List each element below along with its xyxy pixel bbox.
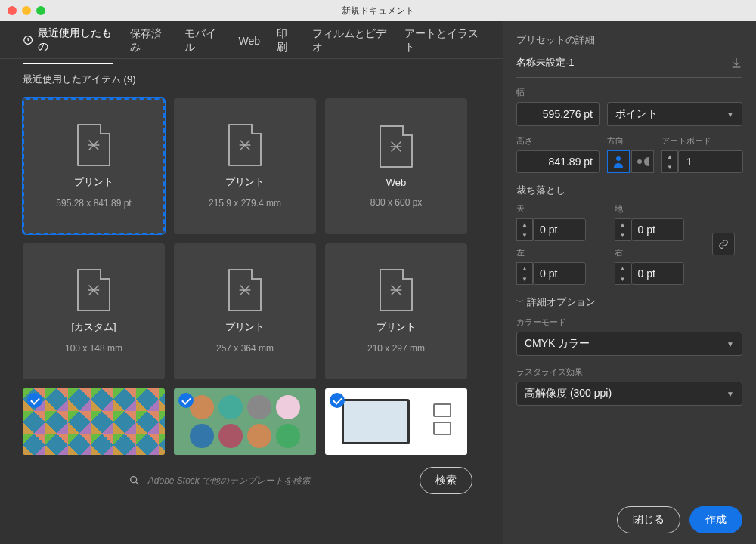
link-bleed-icon[interactable] [712, 233, 735, 255]
document-icon [228, 269, 262, 311]
artboard-input[interactable] [678, 150, 743, 173]
svg-point-2 [616, 156, 621, 161]
bleed-left-input[interactable] [533, 262, 586, 285]
panel-heading: プリセットの詳細 [516, 33, 742, 47]
tab-art-illust[interactable]: アートとイラスト [404, 17, 480, 63]
tab-web[interactable]: Web [239, 24, 261, 56]
template-thumbnail[interactable] [23, 388, 165, 455]
preset-card[interactable]: プリント 215.9 x 279.4 mm [174, 98, 316, 234]
document-icon [380, 125, 413, 168]
svg-point-3 [637, 159, 642, 164]
close-button[interactable]: 閉じる [617, 506, 680, 533]
bleed-right-input[interactable] [631, 262, 684, 285]
bleed-bottom-stepper[interactable]: ▲▼ [615, 218, 631, 241]
preset-card[interactable]: プリント 210 x 297 mm [325, 243, 467, 379]
template-thumbnail[interactable] [174, 388, 316, 455]
search-icon [129, 474, 141, 487]
checkmark-badge-icon [178, 393, 194, 408]
preset-card[interactable]: プリント 595.28 x 841.89 pt [23, 98, 165, 234]
artboard-label: アートボード [662, 135, 743, 147]
height-input[interactable] [516, 150, 600, 173]
tab-print[interactable]: 印刷 [277, 17, 296, 63]
width-label: 幅 [516, 87, 742, 98]
tab-saved[interactable]: 保存済み [130, 17, 168, 63]
landscape-person-icon [636, 156, 649, 168]
preset-details-panel: プリセットの詳細 名称未設定-1 幅 ポイント ▼ 高さ 方向 [503, 21, 756, 544]
chevron-down-icon: ▼ [727, 340, 734, 348]
window-title: 新規ドキュメント [0, 5, 756, 17]
document-icon [380, 269, 413, 311]
preset-card[interactable]: Web 800 x 600 px [325, 98, 467, 234]
orientation-label: 方向 [607, 135, 654, 147]
width-input[interactable] [516, 102, 600, 126]
bleed-left-stepper[interactable]: ▲▼ [516, 262, 533, 285]
orientation-landscape-button[interactable] [631, 150, 654, 173]
bleed-heading: 裁ち落とし [516, 184, 742, 197]
raster-label: ラスタライズ効果 [516, 366, 742, 378]
color-mode-select[interactable]: CMYK カラー ▼ [516, 332, 742, 356]
tab-recent[interactable]: 最近使用したもの [23, 16, 113, 64]
chevron-down-icon: ▼ [727, 390, 734, 398]
recent-items-heading: 最近使用したアイテム (9) [23, 73, 480, 86]
save-preset-icon[interactable] [730, 57, 742, 69]
chevron-down-icon: ▼ [727, 110, 734, 119]
artboard-stepper[interactable]: ▲▼ [662, 150, 678, 173]
portrait-person-icon [612, 155, 624, 168]
height-label: 高さ [516, 135, 600, 147]
raster-select[interactable]: 高解像度 (300 ppi) ▼ [516, 382, 742, 406]
preset-card[interactable]: プリント 257 x 364 mm [174, 243, 316, 379]
preset-card[interactable]: [カスタム] 100 x 148 mm [23, 243, 165, 379]
checkmark-badge-icon [330, 393, 345, 408]
color-mode-label: カラーモード [516, 317, 742, 328]
document-icon [77, 124, 110, 166]
chevron-down-icon: ﹀ [516, 297, 524, 308]
create-button[interactable]: 作成 [689, 506, 742, 533]
template-thumbnail[interactable] [325, 388, 467, 455]
document-icon [228, 124, 262, 166]
left-pane: 最近使用したもの 保存済み モバイル Web 印刷 フィルムとビデオ アートとイ… [0, 21, 503, 544]
document-icon [77, 269, 110, 311]
tab-film-video[interactable]: フィルムとビデオ [312, 17, 388, 63]
tab-mobile[interactable]: モバイル [184, 17, 222, 63]
bleed-top-stepper[interactable]: ▲▼ [516, 218, 533, 241]
unit-select[interactable]: ポイント ▼ [607, 102, 742, 126]
stock-search-input[interactable]: Adobe Stock で他のテンプレートを検索 [30, 465, 409, 496]
svg-point-1 [130, 477, 136, 483]
preset-name-field[interactable]: 名称未設定-1 [516, 56, 575, 70]
bleed-bottom-input[interactable] [631, 218, 684, 241]
category-tabs: 最近使用したもの 保存済み モバイル Web 印刷 フィルムとビデオ アートとイ… [0, 21, 503, 59]
bleed-top-input[interactable] [533, 218, 586, 241]
advanced-options-toggle[interactable]: ﹀ 詳細オプション [516, 295, 742, 309]
bleed-right-stepper[interactable]: ▲▼ [615, 262, 631, 285]
orientation-portrait-button[interactable] [607, 150, 630, 173]
search-button[interactable]: 検索 [420, 467, 472, 494]
clock-icon [23, 34, 33, 46]
preset-grid: プリント 595.28 x 841.89 pt プリント 215.9 x 279… [23, 98, 480, 455]
window-titlebar: 新規ドキュメント [0, 0, 756, 21]
checkmark-badge-icon [27, 393, 42, 408]
